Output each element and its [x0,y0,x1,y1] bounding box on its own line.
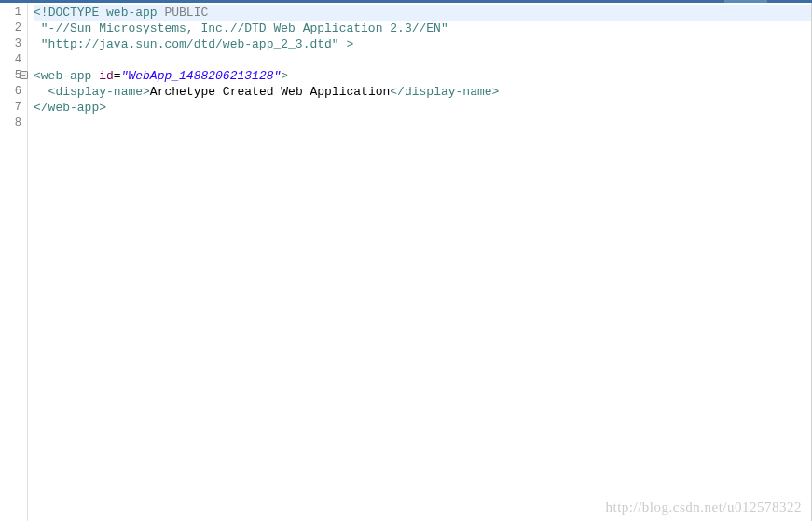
line-number: 7 [0,100,21,116]
public-keyword: PUBLIC [164,6,208,20]
bracket: > [99,101,106,115]
code-line-8[interactable] [34,116,811,131]
attribute-value: "WebApp_1488206213128" [121,69,282,83]
bracket: > [281,69,288,83]
line-number: 4 [0,52,21,68]
bracket: > [492,85,500,99]
bracket: < [34,6,41,20]
tag-name: display-name [405,85,492,99]
line-number: 3 [0,36,21,52]
bracket: </ [34,101,48,115]
tag-name: web-app [41,69,92,83]
tag-name: web-app [48,101,100,115]
code-line-1[interactable]: <!DOCTYPE web-app PUBLIC [34,5,811,21]
editor-container: 1 2 3 4 5 − 6 7 8 <!DOCTYPE web-app PUBL… [0,3,812,521]
root-element: web-app [106,6,158,20]
code-line-2[interactable]: "-//Sun Microsystems, Inc.//DTD Web Appl… [34,21,811,36]
doctype-keyword: DOCTYPE [48,6,100,20]
code-editor-area[interactable]: <!DOCTYPE web-app PUBLIC "-//Sun Microsy… [28,3,811,521]
bang: ! [41,6,48,20]
line-number: 8 [0,116,21,131]
text-content: Archetype Created Web Application [150,85,390,99]
line-number-gutter: 1 2 3 4 5 − 6 7 8 [0,3,28,521]
tag-name: display-name [55,85,143,99]
watermark-text: http://blog.csdn.net/u012578322 [606,500,803,516]
dtd-fpi-string: "-//Sun Microsystems, Inc.//DTD Web Appl… [41,21,448,35]
code-line-4[interactable] [34,52,811,68]
equals: = [114,69,121,83]
bracket: > [346,37,353,51]
bracket: < [34,69,41,83]
bracket: </ [390,85,405,99]
line-number: 5 − [0,68,21,84]
bracket: > [143,85,150,99]
line-number: 2 [0,21,21,36]
fold-collapse-icon[interactable]: − [20,71,28,79]
code-line-5[interactable]: <web-app id="WebApp_1488206213128"> [34,68,811,84]
code-line-7[interactable]: </web-app> [34,100,811,116]
dtd-url-string: "http://java.sun.com/dtd/web-app_2_3.dtd… [41,37,339,51]
line-number: 1 [0,5,21,21]
attribute-name: id [99,69,114,83]
line-number: 6 [0,84,21,100]
code-line-6[interactable]: <display-name>Archetype Created Web Appl… [34,84,811,100]
code-line-3[interactable]: "http://java.sun.com/dtd/web-app_2_3.dtd… [34,36,811,52]
